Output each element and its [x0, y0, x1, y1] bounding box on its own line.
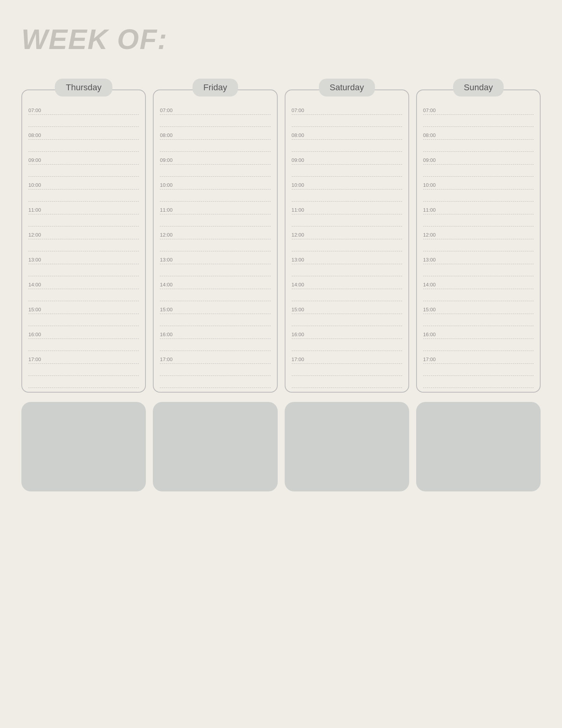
- time-slot-1500: 15:00: [28, 307, 139, 326]
- time-slot-1600: 16:00: [160, 332, 270, 351]
- time-label: 12:00: [160, 232, 270, 238]
- time-label: 17:00: [292, 356, 402, 362]
- time-label: 14:00: [423, 282, 534, 288]
- time-label: 10:00: [292, 182, 402, 188]
- time-label: 16:00: [160, 332, 270, 337]
- time-label: 15:00: [423, 307, 534, 312]
- day-header-thursday: Thursday: [55, 79, 112, 96]
- calendar-grid: Thursday07:0008:0009:0010:0011:0012:0013…: [21, 79, 541, 393]
- time-label: 13:00: [292, 257, 402, 263]
- time-label: 11:00: [160, 207, 270, 213]
- day-column-sunday: Sunday07:0008:0009:0010:0011:0012:0013:0…: [416, 79, 541, 393]
- time-label: 12:00: [423, 232, 534, 238]
- time-label: 12:00: [292, 232, 402, 238]
- day-column-thursday: Thursday07:0008:0009:0010:0011:0012:0013…: [21, 79, 146, 393]
- time-slot-1400: 14:00: [292, 282, 402, 301]
- day-body-thursday[interactable]: 07:0008:0009:0010:0011:0012:0013:0014:00…: [21, 89, 146, 393]
- time-slot-1000: 10:00: [423, 182, 534, 202]
- day-header-sunday: Sunday: [453, 79, 504, 96]
- time-slot-0900: 09:00: [160, 157, 270, 177]
- time-slot-0900: 09:00: [292, 157, 402, 177]
- time-slot-0800: 08:00: [423, 132, 534, 152]
- time-slot-0800: 08:00: [292, 132, 402, 152]
- time-label: 17:00: [28, 356, 139, 362]
- time-slot-1000: 10:00: [160, 182, 270, 202]
- time-label: 09:00: [292, 157, 402, 163]
- time-label: 08:00: [423, 132, 534, 138]
- time-slot-1300: 13:00: [28, 257, 139, 276]
- bottom-box-sunday[interactable]: [416, 402, 541, 491]
- time-label: 07:00: [292, 107, 402, 113]
- time-label: 08:00: [292, 132, 402, 138]
- time-label: 17:00: [423, 356, 534, 362]
- time-label: 07:00: [28, 107, 139, 113]
- time-label: 15:00: [28, 307, 139, 312]
- time-slot-1300: 13:00: [423, 257, 534, 276]
- time-slot-1600: 16:00: [28, 332, 139, 351]
- time-label: 15:00: [160, 307, 270, 312]
- time-slot-1600: 16:00: [292, 332, 402, 351]
- time-slot-0800: 08:00: [160, 132, 270, 152]
- day-column-friday: Friday07:0008:0009:0010:0011:0012:0013:0…: [153, 79, 277, 393]
- bottom-boxes-row: [21, 402, 541, 491]
- time-slot-1100: 11:00: [292, 207, 402, 226]
- day-body-saturday[interactable]: 07:0008:0009:0010:0011:0012:0013:0014:00…: [285, 89, 409, 393]
- time-slot-0700: 07:00: [423, 107, 534, 127]
- time-label: 13:00: [160, 257, 270, 263]
- time-slot-1700: 17:00: [292, 356, 402, 376]
- time-slot-1000: 10:00: [292, 182, 402, 202]
- time-label: 12:00: [28, 232, 139, 238]
- time-slot-1300: 13:00: [160, 257, 270, 276]
- time-slot-1200: 12:00: [28, 232, 139, 251]
- day-column-saturday: Saturday07:0008:0009:0010:0011:0012:0013…: [285, 79, 409, 393]
- time-slot-0900: 09:00: [28, 157, 139, 177]
- bottom-box-saturday[interactable]: [285, 402, 409, 491]
- time-slot-0800: 08:00: [28, 132, 139, 152]
- time-slot-1200: 12:00: [160, 232, 270, 251]
- time-label: 10:00: [423, 182, 534, 188]
- day-body-sunday[interactable]: 07:0008:0009:0010:0011:0012:0013:0014:00…: [416, 89, 541, 393]
- time-label: 07:00: [423, 107, 534, 113]
- time-slot-0700: 07:00: [160, 107, 270, 127]
- time-label: 16:00: [423, 332, 534, 337]
- time-slot-1700: 17:00: [28, 356, 139, 376]
- time-label: 13:00: [28, 257, 139, 263]
- time-slot-1500: 15:00: [160, 307, 270, 326]
- time-label: 16:00: [292, 332, 402, 337]
- time-label: 14:00: [160, 282, 270, 288]
- day-body-friday[interactable]: 07:0008:0009:0010:0011:0012:0013:0014:00…: [153, 89, 277, 393]
- day-header-saturday: Saturday: [319, 79, 375, 96]
- time-label: 09:00: [160, 157, 270, 163]
- bottom-box-friday[interactable]: [153, 402, 277, 491]
- time-label: 14:00: [28, 282, 139, 288]
- time-slot-1400: 14:00: [423, 282, 534, 301]
- time-label: 08:00: [28, 132, 139, 138]
- time-label: 11:00: [423, 207, 534, 213]
- time-label: 11:00: [292, 207, 402, 213]
- time-label: 10:00: [28, 182, 139, 188]
- time-slot-1100: 11:00: [423, 207, 534, 226]
- time-label: 13:00: [423, 257, 534, 263]
- time-label: 07:00: [160, 107, 270, 113]
- time-slot-1700: 17:00: [423, 356, 534, 376]
- bottom-box-thursday[interactable]: [21, 402, 146, 491]
- time-label: 09:00: [423, 157, 534, 163]
- time-slot-1500: 15:00: [423, 307, 534, 326]
- time-label: 09:00: [28, 157, 139, 163]
- time-slot-1400: 14:00: [160, 282, 270, 301]
- page-title: WEEK OF:: [21, 23, 541, 55]
- time-label: 10:00: [160, 182, 270, 188]
- time-slot-1300: 13:00: [292, 257, 402, 276]
- time-slot-0700: 07:00: [28, 107, 139, 127]
- time-slot-1100: 11:00: [160, 207, 270, 226]
- time-slot-1700: 17:00: [160, 356, 270, 376]
- day-header-friday: Friday: [193, 79, 238, 96]
- time-label: 11:00: [28, 207, 139, 213]
- time-label: 08:00: [160, 132, 270, 138]
- time-label: 14:00: [292, 282, 402, 288]
- time-slot-1400: 14:00: [28, 282, 139, 301]
- time-label: 17:00: [160, 356, 270, 362]
- time-slot-1500: 15:00: [292, 307, 402, 326]
- time-slot-1200: 12:00: [292, 232, 402, 251]
- time-slot-1100: 11:00: [28, 207, 139, 226]
